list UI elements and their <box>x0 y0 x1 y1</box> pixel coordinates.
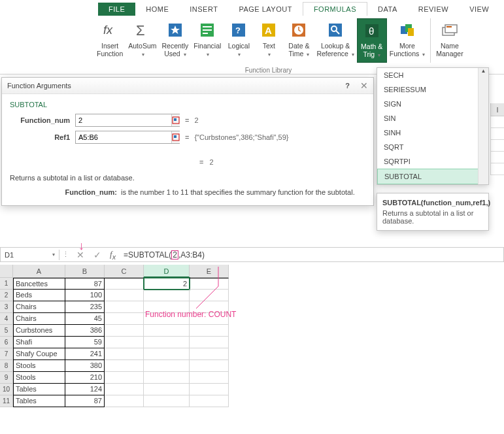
row-header-10[interactable]: 10 <box>0 384 13 395</box>
row-header-1[interactable]: 1 <box>0 278 13 290</box>
dropdown-item-subtotal[interactable]: SUBTOTAL <box>377 169 488 184</box>
cell[interactable]: Beds <box>13 290 65 301</box>
cell[interactable]: Curbstones <box>13 325 65 337</box>
cell[interactable]: Tables <box>13 395 65 407</box>
cell[interactable] <box>144 337 190 348</box>
cell[interactable] <box>190 278 229 290</box>
row-header-2[interactable]: 2 <box>0 290 13 301</box>
cell[interactable] <box>105 395 144 407</box>
col-header-i[interactable]: I <box>490 103 504 116</box>
cell[interactable] <box>105 325 144 337</box>
dropdown-item-sin[interactable]: SIN <box>377 111 488 125</box>
cell[interactable] <box>190 348 229 360</box>
dialog-close-button[interactable]: ✕ <box>360 80 368 91</box>
cell[interactable]: Chairs <box>13 301 65 313</box>
dropdown-item-sign[interactable]: SIGN <box>377 97 488 111</box>
enter-formula-button[interactable]: ✓ <box>89 250 106 260</box>
cell[interactable] <box>190 325 229 337</box>
cell[interactable] <box>105 301 144 313</box>
name-manager-button[interactable]: Name Manager <box>433 18 465 63</box>
cell[interactable]: 45 <box>65 313 105 325</box>
cell[interactable]: 380 <box>65 360 105 372</box>
cell[interactable]: 235 <box>65 301 105 313</box>
cell[interactable] <box>144 384 190 395</box>
cell[interactable] <box>190 360 229 372</box>
cell[interactable] <box>190 290 229 301</box>
col-header-e[interactable]: E <box>190 265 229 278</box>
cell[interactable] <box>105 360 144 372</box>
row-header-11[interactable]: 11 <box>0 395 13 407</box>
cell[interactable]: Stools <box>13 360 65 372</box>
cell[interactable]: 59 <box>65 337 105 348</box>
cell[interactable]: 210 <box>65 372 105 384</box>
formula-input[interactable]: =SUBTOTAL(2,A3:B4) <box>120 249 503 261</box>
tab-formulas[interactable]: FORMULAS <box>303 2 367 16</box>
cell[interactable] <box>144 290 190 301</box>
tab-view[interactable]: VIEW <box>459 3 499 16</box>
dropdown-item-sqrt[interactable]: SQRT <box>377 140 488 154</box>
cell[interactable]: Shafi <box>13 337 65 348</box>
dropdown-scrollbar[interactable]: ▲ <box>478 68 488 184</box>
cell[interactable] <box>190 337 229 348</box>
arg1-input[interactable] <box>76 116 171 125</box>
row-header-7[interactable]: 7 <box>0 348 13 360</box>
name-box[interactable]: D1▾ <box>1 250 59 260</box>
cell[interactable] <box>105 337 144 348</box>
cell[interactable] <box>144 372 190 384</box>
cell[interactable] <box>105 348 144 360</box>
col-header-d[interactable]: D <box>144 265 190 278</box>
scroll-up-icon[interactable]: ▲ <box>479 68 488 78</box>
cell[interactable]: 124 <box>65 384 105 395</box>
row-header-6[interactable]: 6 <box>0 337 13 348</box>
cell[interactable] <box>144 360 190 372</box>
tab-data[interactable]: DATA <box>367 3 408 16</box>
row-header-3[interactable]: 3 <box>0 301 13 313</box>
cell[interactable] <box>190 372 229 384</box>
tab-review[interactable]: REVIEW <box>408 3 459 16</box>
tab-page-layout[interactable]: PAGE LAYOUT <box>228 3 303 16</box>
math-trig-button[interactable]: θ Math & Trig <box>357 18 387 63</box>
cell[interactable] <box>190 395 229 407</box>
dropdown-item-sqrtpi[interactable]: SQRTPI <box>377 154 488 169</box>
dropdown-item-sinh[interactable]: SINH <box>377 125 488 140</box>
cell[interactable]: 87 <box>65 395 105 407</box>
cell[interactable]: Bancettes <box>13 278 65 290</box>
dropdown-item-seriessum[interactable]: SERIESSUM <box>377 82 488 97</box>
row-header-4[interactable]: 4 <box>0 313 13 325</box>
cell[interactable]: Tables <box>13 384 65 395</box>
cell[interactable] <box>144 348 190 360</box>
cell[interactable] <box>105 313 144 325</box>
cell[interactable] <box>105 384 144 395</box>
cell[interactable]: Chairs <box>13 313 65 325</box>
col-header-a[interactable]: A <box>13 265 65 278</box>
tab-file[interactable]: FILE <box>98 3 135 16</box>
recently-used-button[interactable]: Recently Used <box>159 18 191 63</box>
text-button[interactable]: A Text <box>254 18 284 63</box>
cell[interactable]: 386 <box>65 325 105 337</box>
cell[interactable]: Stools <box>13 372 65 384</box>
col-header-b[interactable]: B <box>65 265 105 278</box>
financial-button[interactable]: Financial <box>191 18 224 63</box>
dialog-help-button[interactable]: ? <box>345 82 350 90</box>
cell[interactable] <box>190 384 229 395</box>
dropdown-item-sech[interactable]: SECH <box>377 68 488 82</box>
tab-insert[interactable]: INSERT <box>179 3 228 16</box>
more-functions-button[interactable]: More Functions <box>387 18 428 63</box>
cell[interactable] <box>144 395 190 407</box>
cell[interactable] <box>105 290 144 301</box>
row-header-5[interactable]: 5 <box>0 325 13 337</box>
col-header-c[interactable]: C <box>105 265 144 278</box>
row-header-8[interactable]: 8 <box>0 360 13 372</box>
cell[interactable]: 87 <box>65 278 105 290</box>
select-all-corner[interactable] <box>0 265 13 278</box>
cell[interactable] <box>144 325 190 337</box>
arg1-ref-button[interactable] <box>171 114 180 126</box>
arg2-input[interactable] <box>76 133 171 142</box>
cell[interactable] <box>105 372 144 384</box>
namebox-expand[interactable]: ⋮ <box>59 250 72 259</box>
cell[interactable]: 100 <box>65 290 105 301</box>
insert-function-button[interactable]: fx Insert Function <box>94 18 126 63</box>
row-header-9[interactable]: 9 <box>0 372 13 384</box>
tab-home[interactable]: HOME <box>135 3 179 16</box>
logical-button[interactable]: ? Logical <box>224 18 254 63</box>
